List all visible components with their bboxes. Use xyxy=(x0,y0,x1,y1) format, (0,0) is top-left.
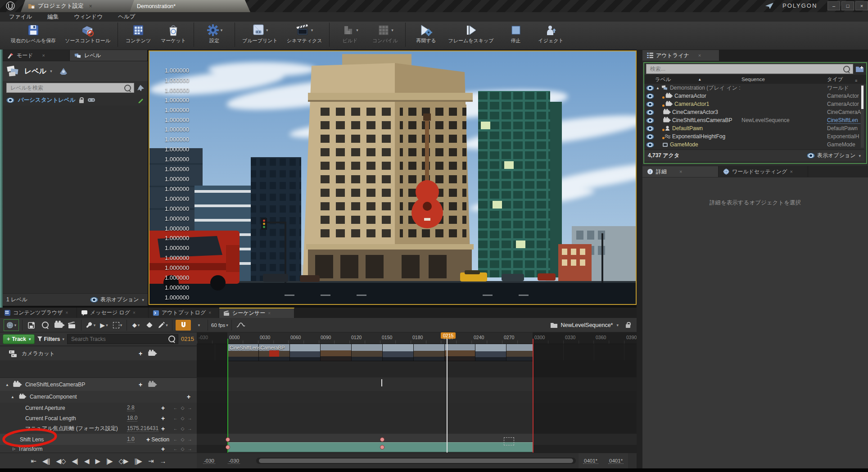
key-options-button[interactable]: ◆▾ xyxy=(130,320,142,331)
focus-distance-track[interactable]: マニュアル焦点距離 (フォーカス設定) 1575.216431 + ← ◇ → xyxy=(0,423,197,434)
restore-button[interactable]: □ xyxy=(841,1,854,10)
tab-sequencer[interactable]: シーケンサー × xyxy=(219,308,294,318)
persistent-level-lock-icon[interactable] xyxy=(79,100,84,103)
persistent-level-game-icon[interactable] xyxy=(87,97,95,103)
key-nav-arrows[interactable]: ← ◇ → xyxy=(173,437,193,442)
key-nav-arrows[interactable]: ← ◇ → xyxy=(173,426,193,431)
keyframe-transform-152[interactable] xyxy=(380,445,384,449)
timeline-scrollbar-thumb[interactable] xyxy=(259,458,573,463)
settings-button[interactable]: ▾ 設定 xyxy=(197,22,232,44)
expand-icon[interactable]: ▲ xyxy=(5,383,9,387)
create-camera-button[interactable] xyxy=(66,320,78,331)
camera-cut-clip[interactable]: CineShiftLensCameraBP xyxy=(227,344,533,361)
menu-edit[interactable]: 編集 xyxy=(47,13,59,21)
eject-button[interactable]: イジェクト xyxy=(533,22,569,44)
skip-frame-button[interactable]: フレームをスキップ xyxy=(443,22,498,44)
save-sequence-button[interactable] xyxy=(26,320,37,331)
focal-length-value[interactable]: 18.0 xyxy=(127,415,137,422)
levels-header-label[interactable]: レベル xyxy=(24,67,46,76)
add-track-button[interactable]: + Track ▾ xyxy=(3,334,35,344)
add-key-icon[interactable]: + xyxy=(161,445,165,453)
snap-button[interactable] xyxy=(176,320,191,331)
tab-details[interactable]: i 詳細 × xyxy=(642,166,719,177)
tab-close-icon[interactable]: × xyxy=(268,311,271,316)
play-reverse-button[interactable]: ◀ xyxy=(84,457,89,465)
filter-icon[interactable]: ≡ xyxy=(855,78,857,83)
track-search-input[interactable] xyxy=(70,336,168,343)
tab-levels[interactable]: レベル xyxy=(70,50,148,61)
resume-button[interactable]: 再開する xyxy=(408,22,443,44)
outliner-scrollbar[interactable] xyxy=(861,85,864,148)
add-key-icon[interactable]: + xyxy=(161,415,165,422)
shift-lens-track[interactable]: Shift Lens 1.0 + Section ← ◇ → xyxy=(0,434,197,445)
timeline-scrollbar[interactable] xyxy=(256,458,576,464)
outliner-row-fog[interactable]: ExponentialHeightFog ExponentialH xyxy=(644,132,864,141)
outliner-scrollbar-thumb[interactable] xyxy=(861,86,863,109)
tab-close-icon[interactable]: × xyxy=(66,310,68,315)
range-start-field[interactable]: -030 xyxy=(203,458,215,464)
step-back-frames-button[interactable]: ◀|| xyxy=(42,457,50,465)
menu-help[interactable]: ヘルプ xyxy=(118,13,135,21)
step-back-button[interactable]: ◀| xyxy=(72,457,78,465)
step-forward-button[interactable]: |▶ xyxy=(106,457,112,465)
tab-message-log[interactable]: メッセージ ログ × xyxy=(77,308,149,318)
playhead-frame-tag[interactable]: 0215 xyxy=(441,332,456,339)
step-forward-frames-button[interactable]: ||▶ xyxy=(135,457,142,465)
outliner-search-input[interactable] xyxy=(649,65,843,73)
expand-closed-icon[interactable]: ▷ xyxy=(13,447,15,451)
type-link[interactable]: CineShiftLen xyxy=(827,117,864,124)
play-button[interactable]: ▶ xyxy=(95,457,100,465)
persistent-level-label[interactable]: パーシスタントレベル xyxy=(18,96,76,104)
outliner-search-box[interactable] xyxy=(646,64,853,74)
tab-close-icon[interactable]: × xyxy=(133,310,136,315)
levels-view-options[interactable]: 表示オプション ▾ xyxy=(90,296,144,304)
shift-lens-value[interactable]: 1.0 xyxy=(127,436,135,443)
outliner-row-cinecameraactor3[interactable]: CineCameraActor3 CineCameraA xyxy=(644,108,864,116)
keyframe-shift-lens-152[interactable] xyxy=(380,437,384,442)
tab-demonstration[interactable]: Demonstration* xyxy=(130,0,250,12)
add-key-icon[interactable]: + xyxy=(161,425,165,432)
outliner-row-world[interactable]: ▲ Demonstration (プレイ イン : ワールド xyxy=(644,84,864,92)
tab-world-close-icon[interactable]: × xyxy=(790,169,793,174)
pin-level-icon[interactable] xyxy=(137,85,144,91)
camera-component-track[interactable]: ▲ CameraComponent + xyxy=(0,391,197,403)
camera-bp-track[interactable]: ▲ CineShiftLensCameraBP + xyxy=(0,377,197,391)
find-in-browser-button[interactable] xyxy=(39,320,51,331)
tab-project-close-icon[interactable]: × xyxy=(89,3,92,9)
add-section-icon[interactable]: + xyxy=(139,381,142,388)
camera-lock-icon[interactable] xyxy=(148,382,155,387)
source-control-button[interactable]: ソースコントロール xyxy=(60,22,115,44)
persistent-level-visibility-icon[interactable] xyxy=(6,97,14,103)
playhead-line[interactable] xyxy=(447,338,448,453)
aperture-track[interactable]: Current Aperture 2.8 + ← ◇ → xyxy=(0,403,197,413)
snap-options-caret[interactable]: ▾ xyxy=(193,320,204,331)
tab-outliner[interactable]: アウトライナ × xyxy=(642,50,719,61)
save-level-button[interactable]: 現在のレベルを保存 xyxy=(6,22,60,44)
cinematics-caret-icon[interactable]: ▾ xyxy=(311,28,313,32)
close-button[interactable]: × xyxy=(855,1,868,10)
sequencer-timeline[interactable]: -030 0000 0030 0060 0090 0120 0150 0180 … xyxy=(197,332,637,453)
keyframe-transform-0[interactable] xyxy=(226,445,230,449)
tab-modes-close-icon[interactable]: × xyxy=(42,53,45,58)
transform-track[interactable]: ▷ Transform + ← ◇ → xyxy=(0,445,197,453)
focal-length-track[interactable]: Current Focal Length 18.0 + ← ◇ → xyxy=(0,413,197,423)
render-movie-button[interactable] xyxy=(53,320,64,331)
view-start-field[interactable]: -030 xyxy=(228,458,240,464)
settings-caret-icon[interactable]: ▾ xyxy=(221,28,223,32)
levels-header-caret-icon[interactable]: ▾ xyxy=(50,69,52,73)
visibility-eye-icon[interactable] xyxy=(646,109,654,115)
visibility-eye-icon[interactable] xyxy=(646,85,654,91)
expand-icon[interactable]: ▲ xyxy=(11,395,14,399)
sequencer-world-button[interactable]: ▾ xyxy=(4,319,19,331)
auto-key-button[interactable] xyxy=(144,320,155,331)
blueprints-button[interactable]: ▾ ブループリント xyxy=(238,22,282,44)
outliner-row-cineshiftlens[interactable]: CineShiftLensCameraBP NewLevelSequence C… xyxy=(644,116,864,124)
keyframe-shift-lens-0[interactable] xyxy=(226,437,230,442)
outliner-col-sequence[interactable]: Sequence xyxy=(741,77,765,82)
focus-distance-value[interactable]: 1575.216431 xyxy=(127,425,158,432)
next-key-button[interactable]: ◇▶ xyxy=(118,457,128,465)
cinematics-button[interactable]: ▾ シネマティクス xyxy=(282,22,327,44)
tab-output-log[interactable]: アウトプットログ × xyxy=(149,308,219,318)
menu-window[interactable]: ウィンドウ xyxy=(74,13,103,21)
curve-editor-button[interactable] xyxy=(235,320,247,331)
